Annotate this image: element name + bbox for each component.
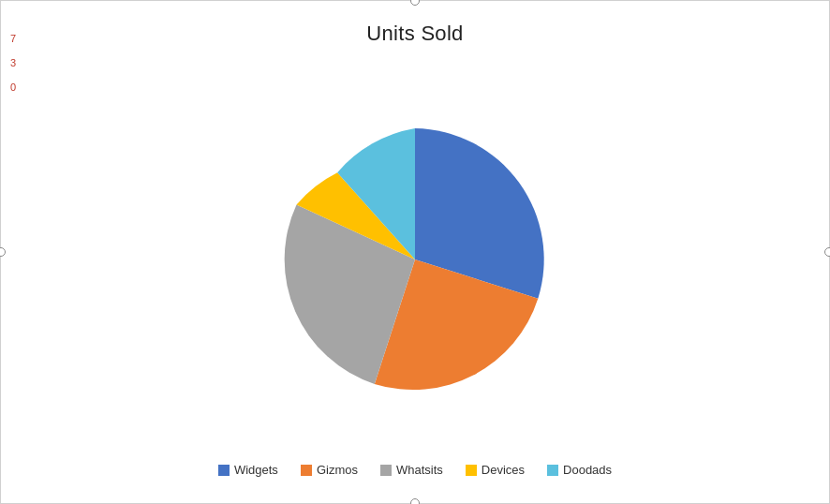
handle-top-center[interactable] [410,0,420,6]
legend-label-widgets: Widgets [234,463,278,477]
legend-item-gizmos: Gizmos [301,463,358,477]
legend-item-devices: Devices [466,463,525,477]
legend-swatch-whatsits [380,465,392,476]
chart-title: Units Sold [366,22,463,46]
row-numbers: 7 3 0 [1,29,18,96]
pie-chart [270,114,560,405]
legend-label-doodads: Doodads [563,463,612,477]
chart-area [270,55,560,463]
handle-middle-left[interactable] [0,247,6,257]
legend-swatch-devices [466,465,477,476]
legend-swatch-doodads [547,465,558,476]
row-num-2: 3 [3,57,16,68]
row-num-3: 0 [3,82,16,93]
chart-container: 7 3 0 Units Sold Widgets G [0,0,830,504]
legend-swatch-widgets [218,465,230,476]
row-num-1: 7 [3,33,16,44]
handle-middle-right[interactable] [824,247,830,257]
legend-label-devices: Devices [482,463,525,477]
legend-swatch-gizmos [301,465,312,476]
legend-label-whatsits: Whatsits [396,463,443,477]
handle-bottom-center[interactable] [410,498,420,504]
legend-label-gizmos: Gizmos [317,463,358,477]
legend-item-widgets: Widgets [218,463,278,477]
legend: Widgets Gizmos Whatsits Devices Doodads [218,463,612,477]
legend-item-whatsits: Whatsits [380,463,443,477]
legend-item-doodads: Doodads [547,463,612,477]
